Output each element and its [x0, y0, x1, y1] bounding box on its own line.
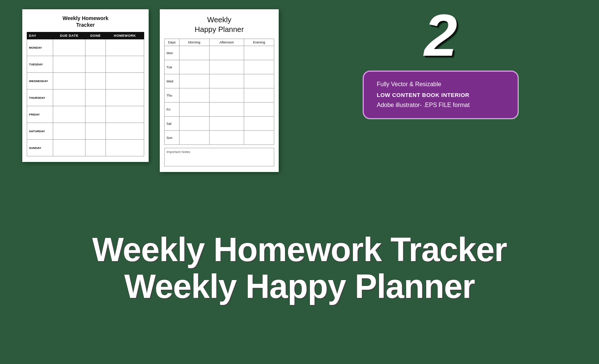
- planner-morning-cell: [179, 103, 210, 117]
- homework-cell: [106, 73, 144, 90]
- planner-afternoon-cell: [209, 117, 244, 131]
- planner-evening-cell: [244, 103, 274, 117]
- day-label: WEDNESDAY: [27, 73, 53, 90]
- col-done: DONE: [85, 32, 106, 39]
- homework-tracker-title: Weekly HomeworkTracker: [27, 15, 144, 28]
- happy-planner-card: WeeklyHappy Planner Days Morning Afterno…: [160, 9, 279, 172]
- table-row: WEDNESDAY: [27, 73, 144, 90]
- bottom-title-1: Weekly Homework Tracker: [0, 231, 599, 268]
- due-date-cell: [53, 106, 85, 123]
- planner-evening-cell: [244, 131, 274, 145]
- planner-evening-cell: [244, 46, 274, 60]
- important-notes-box: Important Notes: [164, 148, 274, 166]
- bottom-title-2: Weekly Happy Planner: [0, 268, 599, 305]
- table-row: SUNDAY: [27, 140, 144, 156]
- planner-day-label: Wed: [165, 74, 179, 88]
- day-label: TUESDAY: [27, 56, 53, 73]
- planner-afternoon-cell: [209, 60, 244, 74]
- done-cell: [85, 106, 106, 123]
- done-cell: [85, 123, 106, 140]
- planner-morning-cell: [179, 46, 210, 60]
- planner-row: Sun: [165, 131, 274, 145]
- planner-day-label: Sat: [165, 117, 179, 131]
- due-date-cell: [53, 140, 85, 156]
- done-cell: [85, 56, 106, 73]
- planner-evening-cell: [244, 117, 274, 131]
- table-row: SATURDAY: [27, 123, 144, 140]
- planner-morning-cell: [179, 74, 210, 88]
- day-label: THURSDAY: [27, 90, 53, 106]
- table-row: MONDAY: [27, 39, 144, 56]
- planner-afternoon-cell: [209, 103, 244, 117]
- info-line-3: Adobe illustrator- .EPS FILE format: [377, 100, 505, 111]
- planner-afternoon-cell: [209, 88, 244, 103]
- planner-table: Days Morning Afternoon Evening Mon Tue: [164, 39, 274, 145]
- happy-planner-title: WeeklyHappy Planner: [164, 15, 274, 34]
- planner-col-afternoon: Afternoon: [209, 39, 244, 46]
- info-line-2: LOW CONTENT BOOK INTERIOR: [377, 90, 505, 100]
- due-date-cell: [53, 73, 85, 90]
- planner-row: Fri: [165, 103, 274, 117]
- planner-row: Thu: [165, 88, 274, 103]
- homework-cell: [106, 123, 144, 140]
- day-label: SUNDAY: [27, 140, 53, 156]
- done-cell: [85, 73, 106, 90]
- planner-row: Mon: [165, 46, 274, 60]
- col-day: DAY: [27, 32, 53, 39]
- main-container: Weekly HomeworkTracker DAY DUE DATE DONE…: [0, 0, 599, 364]
- day-label: SATURDAY: [27, 123, 53, 140]
- planner-morning-cell: [179, 117, 210, 131]
- bottom-section: Weekly Homework Tracker Weekly Happy Pla…: [0, 176, 599, 364]
- homework-cell: [106, 39, 144, 56]
- planner-day-label: Thu: [165, 88, 179, 103]
- due-date-cell: [53, 123, 85, 140]
- due-date-cell: [53, 56, 85, 73]
- homework-cell: [106, 90, 144, 106]
- due-date-cell: [53, 39, 85, 56]
- due-date-cell: [53, 90, 85, 106]
- table-row: FRIDAY: [27, 106, 144, 123]
- col-homework: HOMEWORK: [106, 32, 144, 39]
- table-row: TUESDAY: [27, 56, 144, 73]
- planner-row: Wed: [165, 74, 274, 88]
- done-cell: [85, 90, 106, 106]
- planner-col-days: Days: [165, 39, 179, 46]
- important-notes-label: Important Notes: [166, 150, 190, 154]
- homework-tracker-card: Weekly HomeworkTracker DAY DUE DATE DONE…: [22, 9, 149, 162]
- planner-col-morning: Morning: [179, 39, 210, 46]
- planner-afternoon-cell: [209, 74, 244, 88]
- planner-afternoon-cell: [209, 46, 244, 60]
- planner-afternoon-cell: [209, 131, 244, 145]
- planner-row: Sat: [165, 117, 274, 131]
- planner-morning-cell: [179, 131, 210, 145]
- planner-day-label: Sun: [165, 131, 179, 145]
- day-label: FRIDAY: [27, 106, 53, 123]
- planner-morning-cell: [179, 88, 210, 103]
- homework-cell: [106, 56, 144, 73]
- planner-day-label: Fri: [165, 103, 179, 117]
- done-cell: [85, 39, 106, 56]
- planner-morning-cell: [179, 60, 210, 74]
- day-label: MONDAY: [27, 39, 53, 56]
- big-number: 2: [424, 6, 457, 65]
- planner-day-label: Mon: [165, 46, 179, 60]
- planner-evening-cell: [244, 88, 274, 103]
- homework-cell: [106, 106, 144, 123]
- top-section: Weekly HomeworkTracker DAY DUE DATE DONE…: [0, 0, 599, 176]
- planner-col-evening: Evening: [244, 39, 274, 46]
- homework-cell: [106, 140, 144, 156]
- right-section: 2 Fully Vector & Resizable LOW CONTENT B…: [305, 9, 577, 119]
- info-line-1: Fully Vector & Resizable: [377, 79, 505, 90]
- info-box: Fully Vector & Resizable LOW CONTENT BOO…: [363, 71, 519, 119]
- col-due-date: DUE DATE: [53, 32, 85, 39]
- planner-day-label: Tue: [165, 60, 179, 74]
- tracker-table: DAY DUE DATE DONE HOMEWORK MONDAY TUESD: [27, 32, 144, 156]
- table-row: THURSDAY: [27, 90, 144, 106]
- planner-evening-cell: [244, 60, 274, 74]
- done-cell: [85, 140, 106, 156]
- planner-row: Tue: [165, 60, 274, 74]
- planner-evening-cell: [244, 74, 274, 88]
